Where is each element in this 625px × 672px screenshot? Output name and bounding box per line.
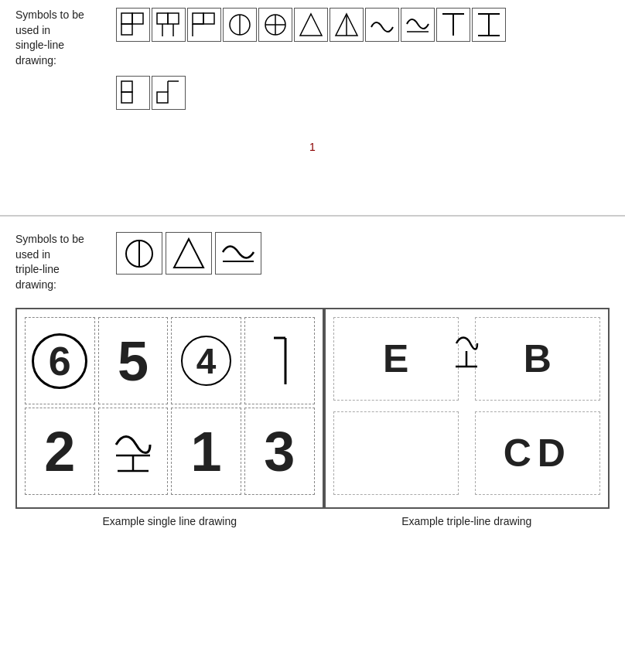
- single-line-example-box: 6 5 4 2: [15, 308, 324, 509]
- circled-4: 4: [181, 336, 231, 386]
- cell-5: 5: [98, 317, 169, 404]
- symbol-circle-diameter: [258, 8, 292, 42]
- symbol-circle-vertical: [223, 8, 257, 42]
- cell-bracket: [244, 317, 315, 404]
- svg-rect-0: [121, 13, 132, 24]
- svg-rect-26: [121, 92, 132, 103]
- svg-rect-7: [193, 13, 203, 24]
- single-line-example-label: Example single line drawing: [15, 515, 324, 527]
- triple-line-label: Symbols to be used in triple-line drawin…: [15, 232, 108, 292]
- cell-4-circled: 4: [171, 317, 241, 404]
- triple-symbol-circle-vertical: [116, 232, 162, 275]
- svg-rect-25: [121, 81, 132, 92]
- symbol-triangle-plain: [294, 8, 328, 42]
- triple-symbol-triangle: [166, 232, 212, 275]
- svg-rect-4: [168, 13, 179, 24]
- symbol-transformer3: [187, 8, 221, 42]
- page-number: 1: [15, 141, 610, 153]
- symbol-transformer2: [152, 8, 186, 42]
- cell-2: 2: [25, 408, 95, 495]
- cell-6-circled: 6: [25, 317, 95, 404]
- svg-marker-16: [300, 14, 322, 36]
- svg-rect-8: [203, 13, 214, 24]
- symbol-triangle-line: [330, 8, 364, 42]
- svg-rect-27: [157, 92, 168, 103]
- cell-tilde-symbol: [98, 408, 169, 495]
- triple-line-example-label: Example triple-line drawing: [324, 515, 610, 527]
- svg-rect-3: [157, 13, 168, 24]
- cell-1: 1: [171, 408, 241, 495]
- symbol-t-shape: [436, 8, 470, 42]
- svg-rect-2: [132, 13, 143, 24]
- triple-line-symbols-section: Symbols to be used in triple-line drawin…: [15, 232, 610, 292]
- triple-symbol-tilde: [215, 232, 261, 275]
- svg-rect-1: [121, 24, 132, 35]
- example-labels: Example single line drawing Example trip…: [15, 515, 610, 527]
- circled-6: 6: [32, 333, 87, 389]
- symbol-t-shape-bottom: [472, 8, 506, 42]
- symbol-transformer1: [116, 8, 150, 42]
- examples-row: 6 5 4 2: [15, 308, 610, 509]
- symbol-box-bl: [116, 76, 150, 110]
- single-line-grid: 6 5 4 2: [25, 317, 315, 495]
- symbol-tilde: [365, 8, 399, 42]
- cell-3: 3: [244, 408, 315, 495]
- triple-line-example-box: E B CD: [324, 308, 610, 509]
- page2-section: Symbols to be used in triple-line drawin…: [0, 217, 625, 543]
- single-line-symbols-grid: [116, 8, 506, 42]
- page1-section: Symbols to be used in single-line drawin…: [0, 0, 625, 217]
- page: Symbols to be used in single-line drawin…: [0, 0, 625, 672]
- symbol-box-corner: [152, 76, 186, 110]
- single-line-label: Symbols to be used in single-line drawin…: [15, 8, 108, 68]
- symbol-tilde-line: [401, 8, 435, 42]
- svg-marker-32: [174, 239, 203, 268]
- single-line-symbols-section: Symbols to be used in single-line drawin…: [15, 8, 610, 68]
